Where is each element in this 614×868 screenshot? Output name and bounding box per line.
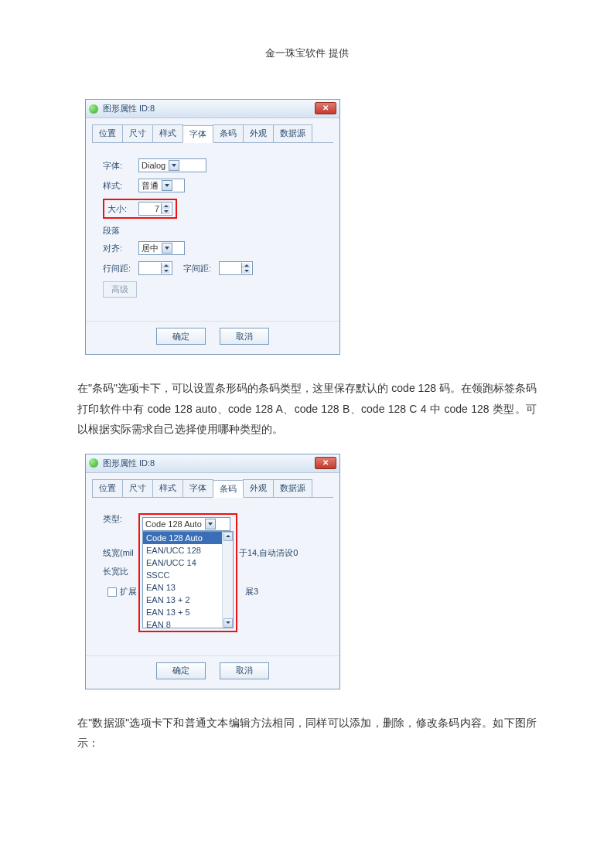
opt-ean13p5[interactable]: EAN 13 + 5 xyxy=(143,606,233,618)
cancel-button[interactable]: 取消 xyxy=(220,328,269,345)
linespacing-label: 行间距: xyxy=(103,263,138,274)
dropdown-icon xyxy=(162,243,172,254)
opt-ean13[interactable]: EAN 13 xyxy=(143,581,233,594)
ok-button[interactable]: 确定 xyxy=(156,328,206,345)
type-combo-highlight: Code 128 Auto Code 128 Auto EAN/UCC 128 … xyxy=(138,513,237,632)
linewidth-label: 线宽(mil xyxy=(103,547,134,559)
tab-size[interactable]: 尺寸 xyxy=(122,124,153,142)
charspacing-spinner[interactable] xyxy=(219,261,253,275)
paragraph-2: 在"数据源"选项卡下和普通文本编辑方法相同，同样可以添加，删除，修改条码内容。如… xyxy=(77,713,537,754)
tab-barcode[interactable]: 条码 xyxy=(213,480,244,498)
type-dropdown-list[interactable]: Code 128 Auto EAN/UCC 128 EAN/UCC 14 SSC… xyxy=(142,531,234,628)
tab-barcode[interactable]: 条码 xyxy=(213,124,244,142)
app-icon xyxy=(89,104,98,114)
tabs: 位置 尺寸 样式 字体 条码 外观 数据源 xyxy=(92,124,333,143)
cancel-button[interactable]: 取消 xyxy=(220,662,269,679)
titlebar: 图形属性 ID:8 ✕ xyxy=(86,100,339,118)
tab-position[interactable]: 位置 xyxy=(92,479,123,497)
ratio-label: 长宽比 xyxy=(103,566,128,577)
style-label: 样式: xyxy=(103,180,138,192)
align-label: 对齐: xyxy=(103,243,138,254)
tabs: 位置 尺寸 样式 字体 条码 外观 数据源 xyxy=(92,479,333,498)
charspacing-label: 字间距: xyxy=(183,263,219,274)
opt-ean13p2[interactable]: EAN 13 + 2 xyxy=(143,594,233,606)
tab-position[interactable]: 位置 xyxy=(92,124,123,142)
align-select[interactable]: 居中 xyxy=(138,241,185,255)
expand-checkbox[interactable]: 扩展 xyxy=(107,586,137,597)
opt-eanucc128[interactable]: EAN/UCC 128 xyxy=(143,544,233,557)
tab-font[interactable]: 字体 xyxy=(182,125,213,143)
close-button[interactable]: ✕ xyxy=(315,457,336,469)
title-text: 图形属性 ID:8 xyxy=(103,458,155,469)
paragraph-1: 在"条码"选项卡下，可以设置条形码的条码类型，这里保存默认的 code 128 … xyxy=(77,378,537,440)
ok-button[interactable]: 确定 xyxy=(156,662,206,679)
scrollbar[interactable] xyxy=(222,532,233,628)
autoclear-note: 于14,自动清设0 xyxy=(239,547,298,559)
title-text: 图形属性 ID:8 xyxy=(103,103,155,114)
type-label: 类型: xyxy=(103,513,138,525)
app-icon xyxy=(89,458,98,468)
dropdown-icon xyxy=(169,160,179,171)
linespacing-spinner[interactable] xyxy=(138,261,172,275)
dropdown-icon xyxy=(162,180,172,191)
tab-appearance[interactable]: 外观 xyxy=(243,479,274,497)
dialog-barcode-properties: 图形属性 ID:8 ✕ 位置 尺寸 样式 字体 条码 外观 数据源 类型: Co… xyxy=(85,454,340,689)
opt-sscc[interactable]: SSCC xyxy=(143,569,233,581)
size-label: 大小: xyxy=(107,203,138,215)
tab-datasource[interactable]: 数据源 xyxy=(273,479,312,497)
tab-style[interactable]: 样式 xyxy=(152,124,183,142)
type-select[interactable]: Code 128 Auto xyxy=(142,517,230,531)
opt-ean8[interactable]: EAN 8 xyxy=(143,618,233,628)
font-select[interactable]: Dialog xyxy=(138,158,206,172)
tab-appearance[interactable]: 外观 xyxy=(243,124,274,142)
tab-style[interactable]: 样式 xyxy=(152,479,183,497)
dialog-font-properties: 图形属性 ID:8 ✕ 位置 尺寸 样式 字体 条码 外观 数据源 字体: Di… xyxy=(85,99,340,355)
tab-size[interactable]: 尺寸 xyxy=(122,479,153,497)
close-button[interactable]: ✕ xyxy=(315,102,336,114)
page-header: 金一珠宝软件 提供 xyxy=(77,46,537,60)
font-label: 字体: xyxy=(103,160,138,172)
titlebar: 图形属性 ID:8 ✕ xyxy=(86,454,339,473)
opt-code128auto[interactable]: Code 128 Auto xyxy=(143,532,233,544)
opt-eanucc14[interactable]: EAN/UCC 14 xyxy=(143,557,233,569)
style-select[interactable]: 普通 xyxy=(138,179,185,192)
size-spinner[interactable]: 7 xyxy=(138,202,172,216)
size-row-highlight: 大小: 7 xyxy=(103,199,177,219)
tab-datasource[interactable]: 数据源 xyxy=(273,124,312,142)
paragraph-group: 段落 xyxy=(103,225,322,237)
checkbox-icon xyxy=(107,587,117,597)
expand-note: 展3 xyxy=(245,586,258,597)
tab-font[interactable]: 字体 xyxy=(182,479,213,497)
dropdown-icon xyxy=(205,519,216,529)
advanced-button[interactable]: 高级 xyxy=(103,281,137,298)
